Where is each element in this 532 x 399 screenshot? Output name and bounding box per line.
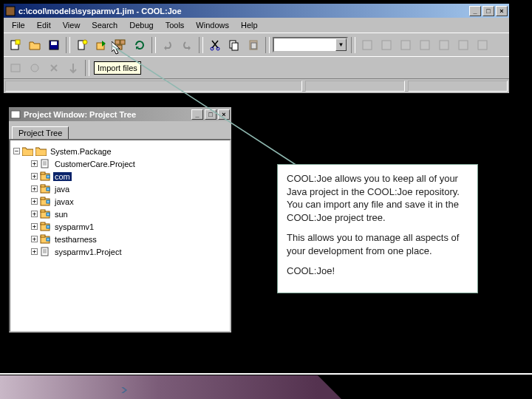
status-cell-3 [408, 81, 508, 92]
svg-rect-18 [382, 41, 391, 50]
tool-button-5[interactable] [435, 36, 453, 54]
svg-point-25 [31, 64, 38, 72]
tool-button-2[interactable] [378, 36, 395, 54]
expand-toggle[interactable]: − [13, 148, 20, 154]
expand-toggle[interactable]: + [31, 185, 38, 192]
separator [199, 37, 203, 53]
minimize-button[interactable]: _ [469, 6, 481, 16]
menu-windows[interactable]: Windows [191, 20, 234, 30]
tree-root-label[interactable]: System.Package [49, 147, 113, 156]
tree-node[interactable]: +sun [13, 208, 227, 220]
tool-button-1[interactable] [358, 36, 376, 54]
callout-paragraph-1: COOL:Joe allows you to keep all of your … [287, 172, 468, 224]
toolbar-row-2: Import files [4, 56, 509, 78]
tree-node-label[interactable]: CustomerCare.Project [53, 160, 137, 168]
import-files-button[interactable] [92, 36, 110, 54]
project-window-icon [10, 109, 21, 120]
close-button[interactable]: × [496, 6, 508, 16]
svg-rect-42 [47, 213, 50, 216]
project-close-button[interactable]: × [218, 109, 230, 120]
tree-node[interactable]: +CustomerCare.Project [13, 157, 227, 170]
menu-file[interactable]: File [7, 20, 30, 30]
tree-node[interactable]: +sysparmv1 [13, 220, 227, 233]
svg-rect-33 [47, 175, 50, 178]
svg-rect-44 [41, 222, 45, 225]
expand-toggle[interactable]: + [31, 198, 38, 205]
expand-toggle[interactable]: + [31, 236, 38, 242]
menu-edit[interactable]: Edit [32, 20, 56, 30]
footer-bar [0, 375, 318, 399]
undo-button[interactable] [159, 36, 177, 54]
tree-node[interactable]: +com [13, 170, 227, 183]
menu-view[interactable]: View [58, 20, 86, 30]
paste-button[interactable] [245, 36, 262, 54]
package-icon [40, 197, 51, 206]
debug-button-1[interactable] [7, 59, 24, 77]
debug-button-2[interactable] [26, 59, 44, 77]
menu-search[interactable]: Search [86, 20, 123, 30]
redo-button[interactable] [178, 36, 196, 54]
svg-rect-45 [47, 225, 50, 228]
tree-node-label[interactable]: sun [53, 210, 69, 219]
project-maximize-button[interactable]: □ [205, 109, 216, 120]
expand-toggle[interactable]: + [31, 248, 38, 255]
dropdown-icon[interactable]: ▼ [335, 38, 347, 51]
debug-button-4[interactable] [64, 59, 82, 77]
tree-node-label[interactable]: sysparmv1 [53, 222, 95, 231]
refresh-button[interactable] [131, 36, 149, 54]
tool-button-4[interactable] [416, 36, 434, 54]
main-titlebar: c:\cool\models\sysparmv1.jim - COOL:Joe … [4, 4, 509, 18]
tab-project-tree[interactable]: Project Tree [12, 126, 69, 139]
tree-node-label[interactable]: testharness [53, 235, 98, 244]
callout-paragraph-3: COOL:Joe! [287, 265, 468, 278]
tool-button-3[interactable] [397, 36, 415, 54]
expand-toggle[interactable]: + [31, 211, 38, 217]
svg-rect-39 [47, 200, 50, 203]
menubar: File Edit View Search Debug Tools Window… [4, 18, 509, 33]
callout-box: COOL:Joe allows you to keep all of your … [277, 164, 478, 293]
project-tree[interactable]: − System.Package +CustomerCare.Project+c… [9, 139, 231, 332]
copy-button[interactable] [225, 36, 243, 54]
svg-rect-48 [47, 238, 50, 241]
status-cell-2 [305, 81, 405, 92]
tree-node[interactable]: +java [13, 183, 227, 195]
menu-help[interactable]: Help [236, 20, 263, 30]
status-bar [4, 78, 509, 93]
expand-toggle[interactable]: + [31, 223, 38, 230]
cut-button[interactable] [206, 36, 224, 54]
open-button[interactable] [26, 36, 44, 54]
save-button[interactable] [45, 36, 63, 54]
tree-node[interactable]: +testharness [13, 233, 227, 245]
expand-toggle[interactable]: + [31, 160, 38, 167]
tool-button-6[interactable] [454, 36, 472, 54]
debug-button-3[interactable] [45, 59, 63, 77]
svg-rect-21 [440, 41, 449, 50]
tree-node-label[interactable]: com [53, 172, 72, 181]
menu-debug[interactable]: Debug [124, 20, 158, 30]
expand-toggle[interactable]: + [31, 173, 38, 180]
new-file-button[interactable] [73, 36, 91, 54]
new-project-button[interactable] [7, 36, 24, 54]
svg-rect-26 [11, 111, 20, 118]
tree-node[interactable]: +javax [13, 195, 227, 208]
package-icon [40, 209, 51, 219]
svg-rect-32 [41, 172, 45, 174]
svg-rect-38 [41, 197, 45, 200]
menu-tools[interactable]: Tools [160, 20, 190, 30]
import-files-tooltip: Import files [94, 61, 141, 75]
tree-node-label[interactable]: sysparmv1.Project [53, 248, 123, 256]
search-combo[interactable]: ▼ [273, 37, 348, 52]
tree-node-label[interactable]: java [53, 185, 71, 194]
document-icon [40, 159, 51, 168]
svg-rect-24 [11, 64, 20, 72]
project-minimize-button[interactable]: _ [191, 109, 203, 120]
tree-node[interactable]: +sysparmv1.Project [13, 245, 227, 258]
toolbar-row-1: ▼ [4, 33, 509, 56]
svg-rect-35 [41, 185, 45, 187]
chevron-icon: › [120, 381, 128, 398]
maximize-button[interactable]: □ [482, 6, 494, 16]
package-icon [40, 234, 51, 244]
tree-node-label[interactable]: javax [53, 197, 75, 206]
separator [151, 37, 156, 53]
tool-button-7[interactable] [474, 36, 491, 54]
